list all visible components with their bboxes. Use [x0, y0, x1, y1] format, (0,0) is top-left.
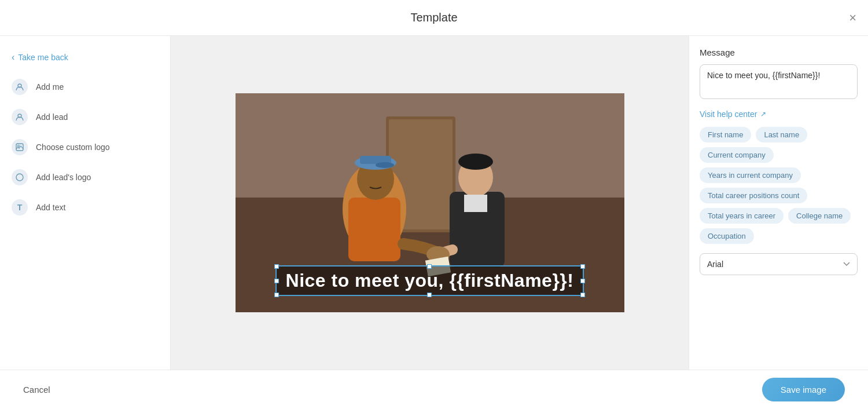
handle-mid-left[interactable] — [274, 279, 279, 283]
tag-occupation[interactable]: Occupation — [700, 228, 754, 244]
message-input[interactable]: Nice to meet you, {{firstName}}! — [700, 64, 858, 99]
handle-bottom-left[interactable] — [274, 293, 279, 297]
custom-logo-icon — [12, 139, 28, 155]
lead-logo-icon — [12, 169, 28, 185]
tag-last-name[interactable]: Last name — [756, 127, 807, 143]
modal-header: Template × — [0, 0, 868, 36]
sidebar-item-label-add-me: Add me — [36, 82, 64, 92]
add-text-icon: T — [12, 199, 28, 216]
handle-top-right[interactable] — [580, 264, 585, 269]
tag-total-career-positions[interactable]: Total career positions count — [700, 188, 807, 203]
svg-point-15 — [376, 162, 394, 168]
svg-rect-19 — [464, 195, 487, 212]
sidebar-item-add-text[interactable]: T Add text — [0, 192, 170, 222]
chevron-left-icon: ‹ — [12, 52, 14, 63]
svg-point-18 — [458, 154, 493, 170]
text-overlay[interactable]: Nice to meet you, {{firstName}}! — [275, 265, 584, 296]
sidebar: ‹ Take me back Add me Add lead — [0, 36, 171, 370]
overlay-text: Nice to meet you, {{firstName}}! — [286, 270, 574, 291]
main-content: ‹ Take me back Add me Add lead — [0, 36, 868, 370]
handle-bottom-center[interactable] — [427, 293, 432, 297]
tag-years-current-company[interactable]: Years in current company — [700, 167, 801, 183]
sidebar-item-label-custom-logo: Choose custom logo — [36, 143, 110, 152]
canvas-area: Nice to meet you, {{firstName}}! — [171, 36, 689, 370]
save-image-button[interactable]: Save image — [762, 378, 845, 401]
font-selector[interactable]: Arial Times New Roman Helvetica Georgia … — [700, 253, 858, 275]
back-link-label: Take me back — [18, 53, 68, 62]
external-link-icon: ↗ — [760, 110, 766, 118]
back-link[interactable]: ‹ Take me back — [0, 48, 170, 72]
help-center-label: Visit help center — [700, 109, 757, 119]
add-me-icon — [12, 79, 28, 95]
tag-college-name[interactable]: College name — [788, 208, 851, 224]
handle-bottom-right[interactable] — [580, 293, 585, 297]
cancel-button[interactable]: Cancel — [23, 385, 50, 395]
sidebar-item-add-lead[interactable]: Add lead — [0, 102, 170, 132]
tag-current-company[interactable]: Current company — [700, 147, 774, 163]
footer: Cancel Save image — [0, 370, 868, 409]
tag-first-name[interactable]: First name — [700, 127, 751, 143]
modal-title: Template — [410, 11, 457, 24]
tags-container: First name Last name Current company Yea… — [700, 127, 858, 244]
help-center-link[interactable]: Visit help center ↗ — [700, 109, 858, 119]
close-button[interactable]: × — [849, 12, 856, 24]
add-lead-icon — [12, 109, 28, 125]
handle-top-left[interactable] — [274, 264, 279, 269]
image-container: Nice to meet you, {{firstName}}! — [236, 93, 624, 312]
right-panel: Message Nice to meet you, {{firstName}}!… — [689, 36, 868, 370]
sidebar-item-label-lead-logo: Add lead's logo — [36, 173, 91, 182]
svg-point-3 — [18, 145, 20, 147]
svg-point-4 — [16, 174, 23, 181]
handle-top-center[interactable] — [427, 264, 432, 269]
sidebar-item-lead-logo[interactable]: Add lead's logo — [0, 162, 170, 192]
sidebar-item-label-add-lead: Add lead — [36, 112, 68, 122]
sidebar-item-label-add-text: Add text — [36, 203, 65, 212]
scene-image: Nice to meet you, {{firstName}}! — [236, 93, 624, 312]
tag-total-years-career[interactable]: Total years in career — [700, 208, 784, 224]
message-section-title: Message — [700, 48, 858, 57]
sidebar-item-custom-logo[interactable]: Choose custom logo — [0, 132, 170, 162]
svg-rect-11 — [348, 198, 400, 261]
handle-mid-right[interactable] — [580, 279, 585, 283]
sidebar-item-add-me[interactable]: Add me — [0, 72, 170, 102]
